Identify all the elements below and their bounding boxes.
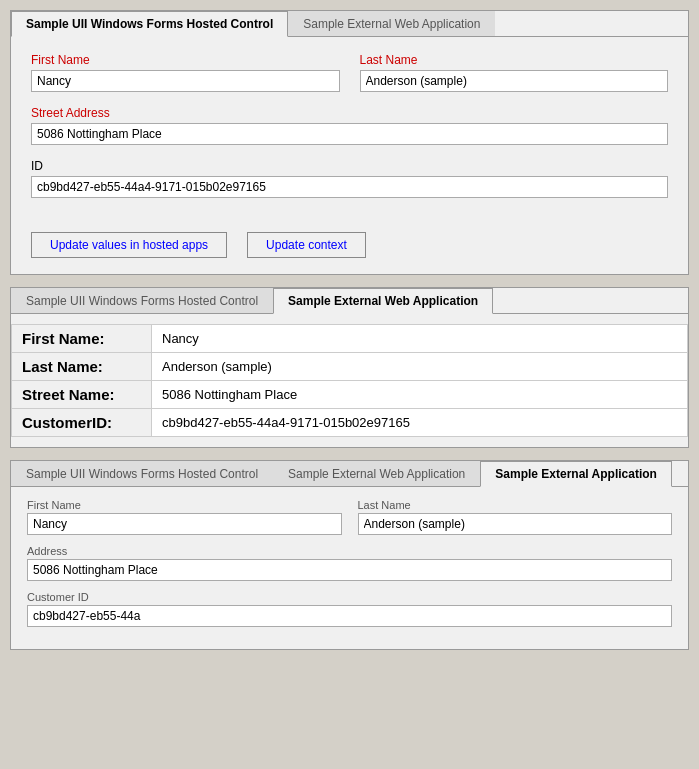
panel1-spacer [31,212,668,222]
panel1-id-group: ID [31,159,668,198]
panel1-id-label: ID [31,159,668,173]
panel1-name-row: First Name Last Name [31,53,668,92]
panel2-content: First Name: Nancy Last Name: Anderson (s… [11,314,688,447]
panel2-customer-id-value: cb9bd427-eb55-44a4-9171-015b02e97165 [152,409,688,437]
panel3-content: First Name Last Name Address Customer ID [11,487,688,649]
panel1-id-row: ID [31,159,668,198]
panel1-button-row: Update values in hosted apps Update cont… [31,232,668,258]
panel3-name-row: First Name Last Name [27,499,672,535]
panel1-street-input[interactable] [31,123,668,145]
panel2-street-label: Street Name: [12,381,152,409]
panel3-tab-windows-forms[interactable]: Sample UII Windows Forms Hosted Control [11,461,273,486]
panel3-customerid-input[interactable] [27,605,672,627]
panel2-last-name-label: Last Name: [12,353,152,381]
panel2-first-name-value: Nancy [152,325,688,353]
panel1-last-name-input[interactable] [360,70,669,92]
panel3-customerid-label: Customer ID [27,591,672,603]
panel1-update-hosted-button[interactable]: Update values in hosted apps [31,232,227,258]
panel1-first-name-input[interactable] [31,70,340,92]
table-row: Last Name: Anderson (sample) [12,353,688,381]
panel3-address-row: Address [27,545,672,581]
panel3-tab-web-app[interactable]: Sample External Web Application [273,461,480,486]
panel3-first-name-label: First Name [27,499,342,511]
panel1-id-input[interactable] [31,176,668,198]
panel3-address-input[interactable] [27,559,672,581]
panel1-first-name-label: First Name [31,53,340,67]
panel1-street-group: Street Address [31,106,668,145]
panel1: Sample UII Windows Forms Hosted Control … [10,10,689,275]
panel3-address-group: Address [27,545,672,581]
panel3-last-name-group: Last Name [358,499,673,535]
panel3-tab-spacer [672,461,688,486]
panel2-street-value: 5086 Nottingham Place [152,381,688,409]
panel2-customer-id-label: CustomerID: [12,409,152,437]
panel3-customerid-row: Customer ID [27,591,672,627]
panel2-tab-bar: Sample UII Windows Forms Hosted Control … [11,288,688,314]
table-row: First Name: Nancy [12,325,688,353]
table-row: Street Name: 5086 Nottingham Place [12,381,688,409]
panel3-address-label: Address [27,545,672,557]
panel1-update-context-button[interactable]: Update context [247,232,366,258]
panel2-table: First Name: Nancy Last Name: Anderson (s… [11,324,688,437]
panel1-first-name-group: First Name [31,53,340,92]
panel3: Sample UII Windows Forms Hosted Control … [10,460,689,650]
panel2: Sample UII Windows Forms Hosted Control … [10,287,689,448]
panel3-first-name-group: First Name [27,499,342,535]
panel3-first-name-input[interactable] [27,513,342,535]
panel2-last-name-value: Anderson (sample) [152,353,688,381]
panel1-tab-windows-forms[interactable]: Sample UII Windows Forms Hosted Control [11,11,288,37]
panel1-address-row: Street Address [31,106,668,145]
panel1-tab-web-app[interactable]: Sample External Web Application [288,11,495,36]
panel3-last-name-input[interactable] [358,513,673,535]
panel3-customerid-group: Customer ID [27,591,672,627]
panel1-content: First Name Last Name Street Address ID U… [11,37,688,274]
panel1-street-label: Street Address [31,106,668,120]
panel1-last-name-group: Last Name [360,53,669,92]
table-row: CustomerID: cb9bd427-eb55-44a4-9171-015b… [12,409,688,437]
panel3-tab-external-app[interactable]: Sample External Application [480,461,672,487]
panel2-tab-web-app[interactable]: Sample External Web Application [273,288,493,314]
panel3-last-name-label: Last Name [358,499,673,511]
panel2-first-name-label: First Name: [12,325,152,353]
panel1-tab-bar: Sample UII Windows Forms Hosted Control … [11,11,688,37]
panel3-tab-bar: Sample UII Windows Forms Hosted Control … [11,461,688,487]
panel2-tab-spacer [493,288,688,313]
panel2-tab-windows-forms[interactable]: Sample UII Windows Forms Hosted Control [11,288,273,313]
panel1-tab-spacer [495,11,688,36]
panel1-last-name-label: Last Name [360,53,669,67]
